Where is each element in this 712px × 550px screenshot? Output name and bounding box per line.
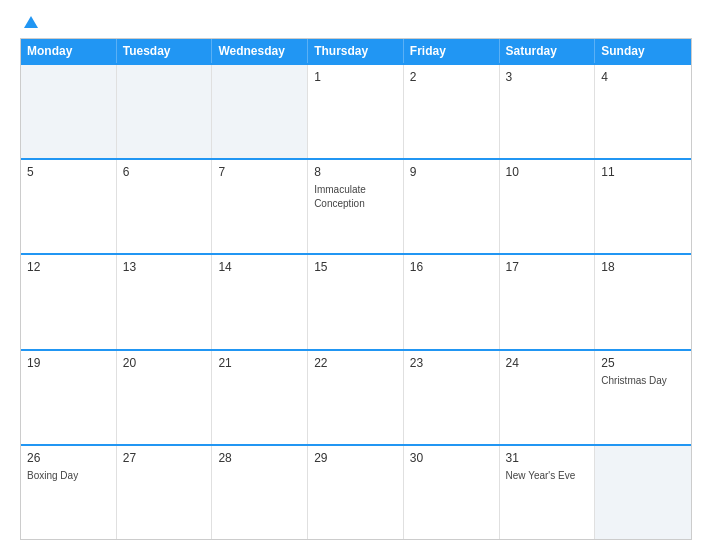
calendar-cell: 6	[117, 160, 213, 253]
calendar-week: 12131415161718	[21, 253, 691, 348]
day-number: 27	[123, 451, 206, 465]
calendar-cell: 25Christmas Day	[595, 351, 691, 444]
day-number: 16	[410, 260, 493, 274]
calendar-page: MondayTuesdayWednesdayThursdayFridaySatu…	[0, 0, 712, 550]
day-number: 4	[601, 70, 685, 84]
calendar-cell: 16	[404, 255, 500, 348]
calendar-cell	[212, 65, 308, 158]
calendar-week: 19202122232425Christmas Day	[21, 349, 691, 444]
calendar-cell	[595, 446, 691, 539]
day-number: 2	[410, 70, 493, 84]
day-number: 6	[123, 165, 206, 179]
day-number: 13	[123, 260, 206, 274]
calendar-cell: 9	[404, 160, 500, 253]
day-number: 5	[27, 165, 110, 179]
calendar-cell: 31New Year's Eve	[500, 446, 596, 539]
calendar-cell: 11	[595, 160, 691, 253]
day-number: 8	[314, 165, 397, 179]
calendar-cell	[21, 65, 117, 158]
day-number: 7	[218, 165, 301, 179]
day-number: 19	[27, 356, 110, 370]
calendar-cell	[117, 65, 213, 158]
day-number: 10	[506, 165, 589, 179]
calendar-cell: 21	[212, 351, 308, 444]
calendar-cell: 24	[500, 351, 596, 444]
event-label: Immaculate Conception	[314, 184, 366, 209]
calendar-header: MondayTuesdayWednesdayThursdayFridaySatu…	[21, 39, 691, 63]
event-label: Christmas Day	[601, 375, 667, 386]
weekday-header: Sunday	[595, 39, 691, 63]
logo	[20, 16, 38, 28]
calendar-body: 12345678Immaculate Conception91011121314…	[21, 63, 691, 539]
day-number: 1	[314, 70, 397, 84]
calendar-cell: 10	[500, 160, 596, 253]
weekday-header: Monday	[21, 39, 117, 63]
weekday-header: Thursday	[308, 39, 404, 63]
calendar-cell: 23	[404, 351, 500, 444]
calendar-grid: MondayTuesdayWednesdayThursdayFridaySatu…	[20, 38, 692, 540]
weekday-header: Tuesday	[117, 39, 213, 63]
day-number: 24	[506, 356, 589, 370]
day-number: 22	[314, 356, 397, 370]
calendar-cell: 17	[500, 255, 596, 348]
calendar-cell: 8Immaculate Conception	[308, 160, 404, 253]
day-number: 26	[27, 451, 110, 465]
day-number: 21	[218, 356, 301, 370]
weekday-header: Wednesday	[212, 39, 308, 63]
day-number: 25	[601, 356, 685, 370]
weekday-header: Saturday	[500, 39, 596, 63]
day-number: 23	[410, 356, 493, 370]
calendar-cell: 30	[404, 446, 500, 539]
calendar-cell: 20	[117, 351, 213, 444]
calendar-cell: 15	[308, 255, 404, 348]
calendar-cell: 22	[308, 351, 404, 444]
day-number: 9	[410, 165, 493, 179]
day-number: 3	[506, 70, 589, 84]
calendar-cell: 26Boxing Day	[21, 446, 117, 539]
calendar-cell: 7	[212, 160, 308, 253]
page-header	[20, 16, 692, 28]
calendar-cell: 18	[595, 255, 691, 348]
calendar-cell: 12	[21, 255, 117, 348]
calendar-cell: 14	[212, 255, 308, 348]
calendar-cell: 5	[21, 160, 117, 253]
calendar-cell: 19	[21, 351, 117, 444]
event-label: Boxing Day	[27, 470, 78, 481]
day-number: 15	[314, 260, 397, 274]
calendar-week: 5678Immaculate Conception91011	[21, 158, 691, 253]
calendar-cell: 3	[500, 65, 596, 158]
calendar-cell: 13	[117, 255, 213, 348]
weekday-header: Friday	[404, 39, 500, 63]
calendar-cell: 27	[117, 446, 213, 539]
day-number: 29	[314, 451, 397, 465]
day-number: 20	[123, 356, 206, 370]
calendar-cell: 2	[404, 65, 500, 158]
calendar-week: 1234	[21, 63, 691, 158]
calendar-cell: 28	[212, 446, 308, 539]
day-number: 14	[218, 260, 301, 274]
calendar-cell: 4	[595, 65, 691, 158]
calendar-cell: 29	[308, 446, 404, 539]
day-number: 18	[601, 260, 685, 274]
day-number: 12	[27, 260, 110, 274]
day-number: 11	[601, 165, 685, 179]
day-number: 30	[410, 451, 493, 465]
event-label: New Year's Eve	[506, 470, 576, 481]
day-number: 28	[218, 451, 301, 465]
calendar-week: 26Boxing Day2728293031New Year's Eve	[21, 444, 691, 539]
logo-triangle-icon	[24, 16, 38, 28]
day-number: 31	[506, 451, 589, 465]
day-number: 17	[506, 260, 589, 274]
calendar-cell: 1	[308, 65, 404, 158]
